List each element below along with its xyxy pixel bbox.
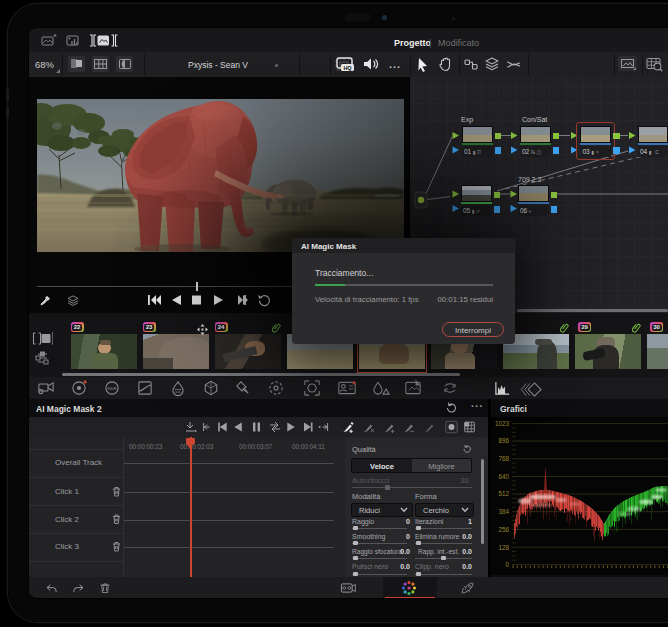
svg-text:0: 0: [505, 561, 509, 568]
svg-text:128: 128: [498, 544, 509, 551]
svg-text:384: 384: [498, 508, 509, 515]
svg-text:512: 512: [498, 490, 509, 497]
svg-text:1023: 1023: [495, 420, 510, 427]
svg-text:256: 256: [498, 526, 509, 533]
svg-text:HQ: HQ: [343, 65, 352, 71]
svg-text:768: 768: [498, 455, 509, 462]
svg-text:640: 640: [498, 473, 509, 480]
svg-text:HDR: HDR: [108, 386, 117, 391]
svg-text:896: 896: [498, 437, 509, 444]
